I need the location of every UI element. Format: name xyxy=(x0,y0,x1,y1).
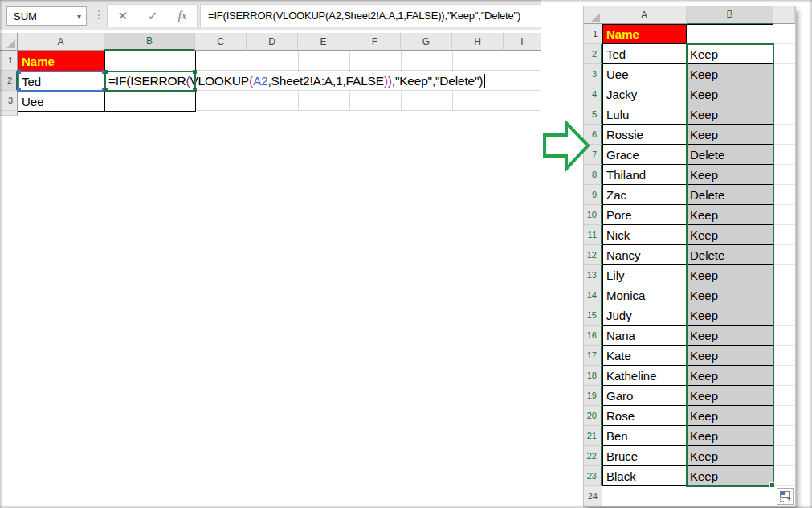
row-header-13[interactable]: 13 xyxy=(584,265,602,285)
cell-a20[interactable]: Rose xyxy=(602,406,687,426)
cell-a11[interactable]: Nick xyxy=(602,225,687,245)
row-header-2[interactable]: 2 xyxy=(0,71,18,91)
cell-a23[interactable]: Black xyxy=(602,466,687,486)
cell-c21-partial[interactable] xyxy=(773,426,795,446)
row-header-4[interactable]: 4 xyxy=(584,84,602,104)
cell-c13-partial[interactable] xyxy=(773,265,795,285)
row-header-10[interactable]: 10 xyxy=(584,205,602,225)
row-header-12[interactable]: 12 xyxy=(584,245,602,265)
cell-b8[interactable]: Keep xyxy=(687,165,773,185)
cell-b3[interactable] xyxy=(105,92,196,112)
cell-c19-partial[interactable] xyxy=(773,386,795,406)
cell-b1[interactable] xyxy=(687,24,773,44)
cell-c4-partial[interactable] xyxy=(773,84,795,104)
cell-b10[interactable]: Keep xyxy=(687,205,773,225)
cell-c15-partial[interactable] xyxy=(773,305,795,326)
cell-a1[interactable]: Name xyxy=(602,24,687,44)
name-box[interactable]: SUM ▾ xyxy=(6,6,87,26)
row-header-23[interactable]: 23 xyxy=(584,466,602,486)
cell-c14-partial[interactable] xyxy=(773,285,795,305)
cell-a18[interactable]: Katheline xyxy=(602,366,687,386)
column-header-b[interactable]: B xyxy=(687,6,773,24)
column-header-e[interactable]: E xyxy=(298,33,349,51)
cell-b19[interactable]: Keep xyxy=(687,386,773,406)
row-header-22[interactable]: 22 xyxy=(584,446,602,466)
cell-c12-partial[interactable] xyxy=(773,245,795,265)
cell-b11[interactable]: Keep xyxy=(687,225,773,245)
row-header-20[interactable]: 20 xyxy=(584,406,602,426)
row-header-3[interactable]: 3 xyxy=(0,91,18,111)
cell-c5-partial[interactable] xyxy=(773,104,795,125)
cell-c3-partial[interactable] xyxy=(773,64,795,84)
cell-a3[interactable]: Uee xyxy=(602,64,687,84)
column-header-a[interactable]: A xyxy=(18,33,104,51)
cell-a3[interactable]: Uee xyxy=(18,92,105,112)
select-all-corner[interactable] xyxy=(0,33,18,51)
cell-a12[interactable]: Nancy xyxy=(602,245,687,265)
cell-a14[interactable]: Monica xyxy=(602,285,687,305)
autofill-options-button[interactable]: + xyxy=(777,488,794,505)
cell-a15[interactable]: Judy xyxy=(602,305,687,326)
row-header-24[interactable]: 24 xyxy=(584,486,602,506)
cell-b1[interactable] xyxy=(105,51,196,72)
cell-c2-partial[interactable] xyxy=(773,44,795,64)
cell-a24[interactable] xyxy=(602,486,687,506)
cell-c8-partial[interactable] xyxy=(773,165,795,185)
cell-c9-partial[interactable] xyxy=(773,185,795,205)
cell-c11-partial[interactable] xyxy=(773,225,795,245)
cell-a16[interactable]: Nana xyxy=(602,326,687,346)
column-header-a[interactable]: A xyxy=(602,6,687,24)
row-header-2[interactable]: 2 xyxy=(584,44,602,64)
cell-b21[interactable]: Keep xyxy=(687,426,773,446)
fill-handle[interactable] xyxy=(769,482,775,488)
cell-a5[interactable]: Lulu xyxy=(602,104,687,125)
cell-a1[interactable]: Name xyxy=(18,51,105,72)
enter-icon[interactable]: ✓ xyxy=(148,9,158,23)
cell-b6[interactable]: Keep xyxy=(687,125,773,145)
cell-b13[interactable]: Keep xyxy=(687,265,773,285)
row-header-3[interactable]: 3 xyxy=(584,64,602,84)
cell-b5[interactable]: Keep xyxy=(687,104,773,125)
cell-a9[interactable]: Zac xyxy=(602,185,687,205)
select-all-corner[interactable] xyxy=(584,6,602,24)
column-header-g[interactable]: G xyxy=(401,33,452,51)
row-header-17[interactable]: 17 xyxy=(584,346,602,366)
cell-c1-partial[interactable] xyxy=(773,24,795,44)
row-header-9[interactable]: 9 xyxy=(584,185,602,205)
name-box-dropdown-icon[interactable]: ▾ xyxy=(77,12,86,21)
cell-c18-partial[interactable] xyxy=(773,366,795,386)
cell-c17-partial[interactable] xyxy=(773,346,795,366)
row-header-16[interactable]: 16 xyxy=(584,326,602,346)
row-header-21[interactable]: 21 xyxy=(584,426,602,446)
cell-b9[interactable]: Delete xyxy=(687,185,773,205)
cell-a19[interactable]: Garo xyxy=(602,386,687,406)
cell-a2[interactable]: Ted xyxy=(602,44,687,64)
cell-b15[interactable]: Keep xyxy=(687,305,773,326)
column-header-h[interactable]: H xyxy=(452,33,504,51)
cell-c23-partial[interactable] xyxy=(773,466,795,486)
column-header-d[interactable]: D xyxy=(247,33,298,51)
cell-c16-partial[interactable] xyxy=(773,326,795,346)
cell-c7-partial[interactable] xyxy=(773,145,795,165)
column-header-c-partial[interactable] xyxy=(773,6,795,24)
cell-a8[interactable]: Thiland xyxy=(602,165,687,185)
cell-b18[interactable]: Keep xyxy=(687,366,773,386)
cell-a13[interactable]: Lily xyxy=(602,265,687,285)
row-header-19[interactable]: 19 xyxy=(584,386,602,406)
cell-b4[interactable]: Keep xyxy=(687,84,773,104)
row-header-18[interactable]: 18 xyxy=(584,366,602,386)
cell-c10-partial[interactable] xyxy=(773,205,795,225)
column-header-c[interactable]: C xyxy=(195,33,247,51)
cell-b17[interactable]: Keep xyxy=(687,346,773,366)
cell-b22[interactable]: Keep xyxy=(687,446,773,466)
cell-b2[interactable]: Keep xyxy=(687,44,773,64)
cell-c6-partial[interactable] xyxy=(773,125,795,145)
row-header-1[interactable]: 1 xyxy=(584,24,602,44)
cancel-icon[interactable]: ✕ xyxy=(118,9,129,23)
cell-a7[interactable]: Grace xyxy=(602,145,687,165)
cell-b24[interactable] xyxy=(687,486,773,506)
column-header-f[interactable]: F xyxy=(349,33,401,51)
formula-bar[interactable]: =IF(ISERROR(VLOOKUP(A2,Sheet2!A:A,1,FALS… xyxy=(200,4,541,27)
cell-b14[interactable]: Keep xyxy=(687,285,773,305)
row-header-1[interactable]: 1 xyxy=(0,51,18,71)
